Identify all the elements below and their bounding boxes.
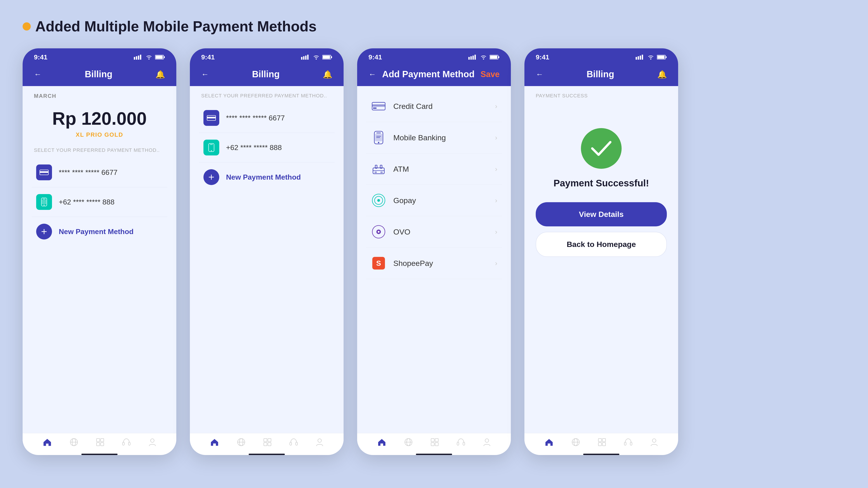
header-bar-4: ← Billing 🔔	[524, 65, 678, 86]
nav-person-2[interactable]	[316, 438, 323, 447]
nav-globe-3[interactable]	[404, 438, 413, 447]
payment-item-card-2[interactable]: **** **** ***** 6677	[199, 103, 335, 133]
bottom-nav-3	[357, 433, 511, 451]
payment-item-card[interactable]: **** **** ***** 6677	[32, 158, 167, 187]
add-icon-wrap-2	[204, 169, 219, 185]
grid-nav-icon-1	[96, 438, 104, 446]
save-button-3[interactable]: Save	[480, 70, 500, 79]
wifi-icon-4	[647, 55, 654, 60]
nav-grid-3[interactable]	[431, 438, 439, 446]
svg-rect-57	[472, 56, 474, 60]
nav-person-3[interactable]	[483, 438, 491, 447]
option-credit-card[interactable]: Credit Card ›	[366, 91, 502, 122]
nav-indicator-2	[249, 454, 285, 455]
nav-globe-4[interactable]	[571, 438, 580, 447]
svg-point-41	[211, 150, 212, 151]
nav-person-1[interactable]	[149, 438, 156, 447]
success-badge-label: PAYMENT SUCCESS	[524, 86, 678, 101]
svg-rect-112	[630, 442, 632, 445]
screens-container: 9:41 ← Billing 🔔 MARCH Rp 120.000 XL PRI…	[23, 48, 678, 455]
payment-list-1: **** **** ***** 6677 +62 **** ***** 888 …	[23, 158, 176, 246]
credit-card-icon-2	[207, 115, 216, 121]
bell-icon-2[interactable]: 🔔	[323, 70, 332, 79]
success-content-area: Payment Successful! View Details Back to…	[524, 101, 678, 270]
svg-point-4	[149, 59, 150, 60]
new-payment-label-2: New Payment Method	[226, 173, 301, 182]
svg-rect-6	[164, 56, 165, 58]
ovo-label: OVO	[393, 228, 410, 236]
nav-indicator-4	[583, 454, 619, 455]
svg-rect-89	[431, 438, 434, 442]
nav-grid-2[interactable]	[264, 438, 272, 446]
option-shopeepay[interactable]: S ShopeePay ›	[366, 248, 502, 279]
person-nav-icon-2	[316, 438, 323, 447]
option-atm[interactable]: ATM ›	[366, 153, 502, 185]
payment-item-new-2[interactable]: New Payment Method	[199, 162, 335, 192]
chevron-icon-mb: ›	[495, 134, 497, 141]
svg-point-27	[151, 439, 154, 442]
nav-person-4[interactable]	[650, 438, 658, 447]
svg-rect-98	[640, 56, 641, 60]
svg-rect-3	[140, 55, 141, 60]
svg-rect-107	[598, 438, 601, 442]
back-icon-3[interactable]: ←	[368, 70, 376, 78]
home-nav-icon-2	[210, 438, 219, 446]
svg-rect-58	[474, 55, 476, 60]
phone-icon-wrap	[36, 194, 52, 210]
screen3-content: Credit Card › Mobile Banking ›	[357, 86, 511, 433]
mb-icon-wrap	[371, 130, 386, 145]
header-title-2: Billing	[252, 69, 280, 79]
wifi-icon	[146, 55, 152, 60]
option-ovo[interactable]: OVO ›	[366, 216, 502, 248]
nav-globe-2[interactable]	[237, 438, 246, 447]
nav-grid-1[interactable]	[96, 438, 104, 446]
nav-headphones-3[interactable]	[457, 438, 465, 446]
svg-rect-23	[96, 443, 100, 446]
option-mobile-banking[interactable]: Mobile Banking ›	[366, 122, 502, 153]
view-details-button[interactable]: View Details	[536, 202, 667, 226]
payment-item-new-1[interactable]: New Payment Method	[32, 217, 167, 246]
nav-headphones-2[interactable]	[289, 438, 298, 446]
back-to-homepage-button[interactable]: Back to Homepage	[536, 232, 667, 257]
nav-home-2[interactable]	[210, 438, 219, 446]
svg-rect-50	[264, 443, 267, 446]
shopeepay-icon: S	[372, 256, 385, 270]
headphones-nav-icon-2	[289, 438, 298, 446]
payment-item-phone-2[interactable]: +62 **** ***** 888	[199, 133, 335, 162]
svg-rect-37	[207, 117, 216, 119]
back-icon-1[interactable]: ←	[34, 70, 41, 78]
payment-item-phone[interactable]: +62 **** ***** 888	[32, 187, 167, 217]
phone-number-1: +62 **** ***** 888	[59, 198, 114, 206]
svg-rect-62	[490, 56, 497, 59]
svg-rect-110	[602, 443, 606, 446]
headphones-nav-icon-4	[624, 438, 632, 446]
nav-home-3[interactable]	[377, 438, 386, 446]
svg-rect-111	[624, 442, 626, 445]
back-icon-2[interactable]: ←	[201, 70, 209, 78]
shopee-label: ShopeePay	[393, 259, 433, 268]
nav-headphones-1[interactable]	[122, 438, 131, 446]
nav-grid-4[interactable]	[598, 438, 606, 446]
nav-globe-1[interactable]	[70, 438, 78, 447]
back-icon-4[interactable]: ←	[536, 70, 544, 78]
svg-rect-93	[457, 442, 459, 445]
nav-home-4[interactable]	[545, 438, 554, 446]
status-time-1: 9:41	[34, 53, 48, 61]
svg-point-80	[377, 199, 380, 202]
nav-headphones-4[interactable]	[624, 438, 632, 446]
svg-rect-92	[435, 443, 438, 446]
option-gopay[interactable]: Gopay ›	[366, 185, 502, 216]
headphones-nav-icon-1	[122, 438, 131, 446]
nav-home-1[interactable]	[43, 438, 52, 446]
wifi-icon-2	[313, 55, 320, 60]
bell-icon-4[interactable]: 🔔	[657, 70, 667, 79]
status-icons-3	[468, 55, 500, 60]
bell-icon-1[interactable]: 🔔	[156, 70, 165, 79]
checkmark-icon	[590, 139, 613, 158]
header-bar-1: ← Billing 🔔	[23, 65, 176, 86]
header-bar-2: ← Billing 🔔	[190, 65, 344, 86]
page-title: Added Multiple Mobile Payment Methods	[35, 18, 317, 35]
atm-label: ATM	[393, 165, 409, 173]
grid-nav-icon-2	[264, 438, 272, 446]
status-bar-2: 9:41	[190, 48, 344, 65]
